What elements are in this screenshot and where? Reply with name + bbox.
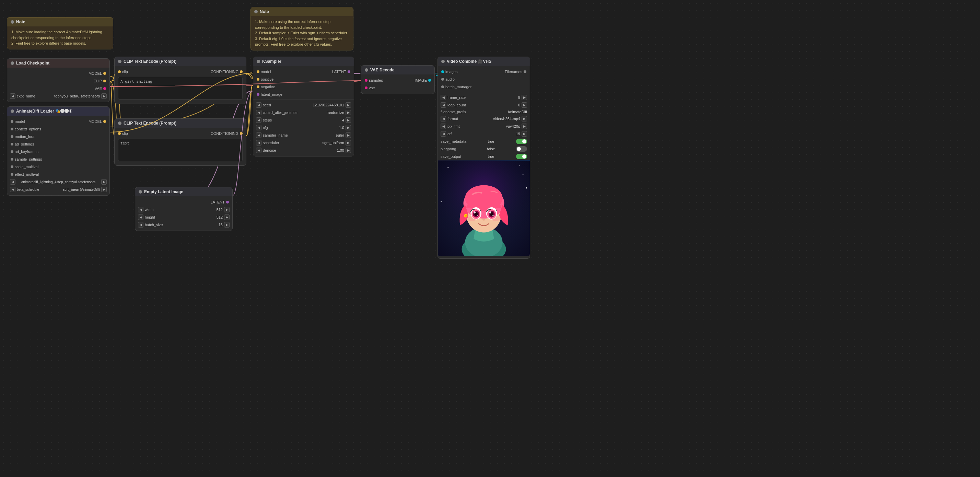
ad-context-port[interactable] [11,128,13,130]
svg-point-25 [492,215,494,216]
ad-beta-left[interactable]: ◀ [10,187,16,192]
empty-latent-output-row: LATENT [135,198,232,206]
vae-decode-node: VAE Decode samples IMAGE vae [361,65,435,94]
clip-encode-2-body: clip CONDITIONING text [115,128,246,165]
el-height-right[interactable]: ▶ [224,215,229,220]
vc-loopcount-right[interactable]: ▶ [522,102,527,108]
vc-audio-port[interactable] [441,78,444,81]
ad-model-name-value: animatediff_lightning_4step_comfyui.safe… [17,180,100,184]
ad-model-right[interactable]: ▶ [101,179,107,184]
ksampler-sampler-value: euler [292,133,344,137]
ksampler-latentimage-port[interactable] [257,93,259,96]
clip-encode-2-textarea[interactable]: text [118,138,243,161]
ad-motionlora-port[interactable] [11,135,13,138]
vc-pingpong-field: pingpong false [438,145,530,153]
vc-crf-right[interactable]: ▶ [522,131,527,137]
vc-filenames-port[interactable] [523,70,527,73]
vc-saveoutput-toggle[interactable] [516,154,527,159]
vc-images-port[interactable] [441,70,444,73]
ksampler-denoise-left[interactable]: ◀ [256,148,261,153]
ksampler-control-left[interactable]: ◀ [256,110,261,115]
clip-encode-1-cond-label: CONDITIONING [211,70,239,74]
ad-sample-port[interactable] [11,158,13,161]
ksampler-control-right[interactable]: ▶ [345,110,351,115]
ksampler-steps-left[interactable]: ◀ [256,118,261,123]
vc-pixfmt-value: yuv420p [469,124,520,128]
vae-decode-header: VAE Decode [361,65,434,75]
vc-pixfmt-left[interactable]: ◀ [441,124,446,129]
vc-framerate-right[interactable]: ▶ [522,95,527,100]
ad-model-left[interactable]: ◀ [10,179,16,184]
ksampler-positive-port[interactable] [257,78,259,81]
ksampler-denoise-right[interactable]: ▶ [345,148,351,153]
clip-encode-2-clip-port[interactable] [118,132,121,135]
vc-format-left[interactable]: ◀ [441,116,446,121]
ksampler-steps-right[interactable]: ▶ [345,118,351,123]
note-node-1: Note 1. Make sure loading the correct An… [7,17,113,49]
vc-crf-value: 19 [469,132,520,136]
vc-crf-left[interactable]: ◀ [441,131,446,137]
vc-savemeta-toggle[interactable] [516,138,527,144]
vae-decode-samples-port[interactable] [365,79,368,82]
clip-encode-1-cond-port[interactable] [240,70,243,73]
note-1-dot [11,20,14,24]
ckpt-left-arrow[interactable]: ◀ [10,93,16,99]
model-output-port[interactable] [103,72,106,75]
animatediff-body: model MODEL context_options motion_lora … [7,116,110,195]
ckpt-right-arrow[interactable]: ▶ [101,93,107,99]
ad-model-label: model [15,119,25,124]
ksampler-model-port[interactable] [257,70,259,73]
ad-scale-label: scale_multival [15,165,38,169]
ksampler-seed-right[interactable]: ▶ [345,102,351,108]
ad-keyframes-port[interactable] [11,150,13,153]
vc-pixfmt-right[interactable]: ▶ [522,124,527,129]
ksampler-cfg-left[interactable]: ◀ [256,125,261,130]
video-combine-title: Video Combine 🎥VHS [447,59,492,64]
svg-point-4 [523,173,523,175]
ksampler-negative-port[interactable] [257,86,259,88]
ksampler-sampler-right[interactable]: ▶ [345,132,351,138]
vae-decode-image-port[interactable] [428,79,431,82]
ksampler-seed-left[interactable]: ◀ [256,102,261,108]
vc-format-right[interactable]: ▶ [522,116,527,121]
vc-batch-row: batch_manager [438,83,530,91]
vae-output-port[interactable] [103,87,106,90]
ad-beta-right[interactable]: ▶ [101,187,107,192]
vc-loopcount-left[interactable]: ◀ [441,102,446,108]
empty-latent-latent-port[interactable] [226,201,229,204]
vae-decode-vae-port[interactable] [365,86,368,89]
ckpt-name-value: toonyou_beta6.safetensors [37,94,100,98]
ad-scale-port[interactable] [11,165,13,168]
ksampler-scheduler-right[interactable]: ▶ [345,140,351,146]
vc-batch-port[interactable] [441,86,444,88]
vc-batch-label: batch_manager [445,85,471,89]
svg-point-18 [474,211,476,213]
ad-model-input-port[interactable] [11,120,13,123]
ad-model-output-port[interactable] [103,120,106,123]
vc-pingpong-toggle[interactable] [516,146,527,152]
el-width-left[interactable]: ◀ [138,207,143,212]
ksampler-latent-port[interactable] [348,70,350,73]
ad-settings-port[interactable] [11,143,13,146]
clip-encode-1-textarea[interactable]: A girl smiling [118,77,243,100]
ksampler-latentimage-row: latent_image [253,91,354,98]
el-width-right[interactable]: ▶ [224,207,229,212]
ad-effect-port[interactable] [11,173,13,176]
vc-framerate-left[interactable]: ◀ [441,95,446,100]
el-height-left[interactable]: ◀ [138,215,143,220]
vc-pingpong-value: false [487,147,495,151]
clip-encode-1-clip-port[interactable] [118,70,121,73]
ksampler-cfg-right[interactable]: ▶ [345,125,351,130]
ksampler-sampler-left[interactable]: ◀ [256,132,261,138]
ksampler-scheduler-left[interactable]: ◀ [256,140,261,146]
empty-latent-width-field: ◀ width 512 ▶ [135,206,232,213]
ksampler-steps-value: 4 [285,118,344,122]
el-batch-right[interactable]: ▶ [224,222,229,227]
vae-decode-samples-row: samples IMAGE [361,76,434,84]
ksampler-dot [257,60,260,63]
el-batch-left[interactable]: ◀ [138,222,143,227]
clip-output-port[interactable] [103,80,106,83]
clip-encode-2-cond-port[interactable] [240,132,243,135]
ksampler-control-value: randomize [305,110,344,114]
ksampler-positive-label: positive [261,77,274,81]
